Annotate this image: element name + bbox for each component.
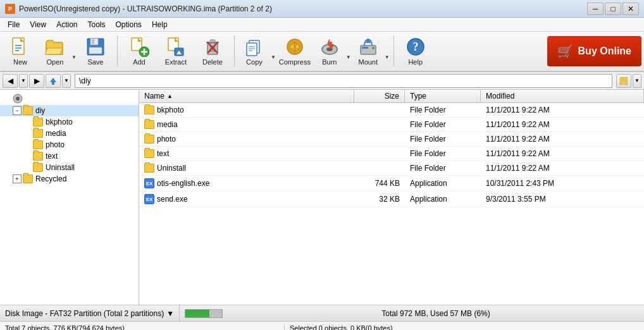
file-type: File Folder: [405, 162, 481, 174]
copy-button[interactable]: Copy ▼: [238, 34, 276, 69]
table-row[interactable]: text File Folder 11/1/2011 9:22 AM: [139, 147, 644, 161]
menu-view[interactable]: View: [25, 18, 51, 32]
cart-icon: 🛒: [557, 44, 573, 59]
col-header-modified[interactable]: Modified: [481, 90, 644, 102]
file-size: 32 KB: [354, 193, 405, 205]
menu-tools[interactable]: Tools: [83, 18, 111, 32]
up-button[interactable]: [46, 74, 61, 88]
mount-icon: [358, 37, 378, 57]
copy-label: Copy: [246, 58, 263, 66]
file-name: bkphoto: [139, 104, 354, 116]
file-rows: bkphoto File Folder 11/1/2011 9:22 AM me…: [139, 103, 644, 207]
file-modified: 9/3/2011 3:55 PM: [481, 193, 644, 205]
burn-btn-main[interactable]: Burn: [314, 34, 345, 69]
table-row[interactable]: media File Folder 11/1/2011 9:22 AM: [139, 118, 644, 132]
navbar: ◀ ▼ ▶ ▼ \diy ▼: [0, 72, 644, 90]
mount-btn-main[interactable]: Mount: [352, 34, 384, 69]
folder-icon: [144, 120, 154, 129]
tree-item[interactable]: text: [0, 150, 139, 162]
titlebar-left: P PowerISO(Unregistered copy) - ULTRAISO…: [5, 4, 272, 14]
table-row[interactable]: bkphoto File Folder 11/1/2011 9:22 AM: [139, 103, 644, 118]
copy-dropdown-arrow[interactable]: ▼: [271, 54, 276, 60]
menu-action[interactable]: Action: [51, 18, 82, 32]
file-modified: 11/1/2011 9:22 AM: [481, 148, 644, 159]
close-button[interactable]: ✕: [622, 3, 639, 15]
save-button[interactable]: Save: [78, 34, 113, 69]
open-dropdown-arrow[interactable]: ▼: [71, 54, 77, 60]
folder-icon: [33, 140, 43, 149]
copy-btn-main[interactable]: Copy: [238, 34, 270, 69]
save-label: Save: [87, 58, 103, 66]
disk-selector[interactable]: Disk Image - FAT32 Partition (Total 2 pa…: [0, 305, 180, 321]
delete-button[interactable]: Delete: [195, 34, 230, 69]
file-type: File Folder: [405, 148, 481, 159]
col-header-size[interactable]: Size: [354, 90, 405, 102]
burn-dropdown-arrow[interactable]: ▼: [346, 54, 351, 60]
table-row[interactable]: Uninstall File Folder 11/1/2011 9:22 AM: [139, 161, 644, 176]
path-bar[interactable]: \diy: [75, 74, 612, 88]
burn-button[interactable]: Burn ▼: [314, 34, 351, 69]
col-header-name[interactable]: Name ▲: [139, 90, 354, 102]
mount-dropdown-arrow[interactable]: ▼: [385, 54, 390, 60]
add-icon: [129, 37, 149, 57]
new-button[interactable]: New: [3, 34, 38, 69]
open-btn-main[interactable]: Open: [39, 34, 71, 69]
menu-help[interactable]: Help: [147, 18, 173, 32]
add-button[interactable]: Add: [121, 34, 157, 69]
tree-item-label: media: [46, 129, 66, 138]
toolbar-sep-3: [393, 35, 394, 67]
app-icon: P: [5, 4, 15, 14]
table-row[interactable]: photo File Folder 11/1/2011 9:22 AM: [139, 132, 644, 147]
expand-btn[interactable]: −: [13, 106, 22, 115]
tree-item-label: Recycled: [35, 174, 66, 183]
file-size: [354, 138, 405, 140]
help-button[interactable]: ? Help: [398, 34, 433, 69]
disk-type-label: Disk Image - FAT32 Partition (Total 2 pa…: [5, 309, 164, 318]
col-header-type[interactable]: Type: [405, 90, 481, 102]
file-type: Application: [405, 178, 481, 189]
expand-btn[interactable]: +: [13, 174, 22, 183]
tree-item[interactable]: bkphoto: [0, 116, 139, 128]
buy-online-button[interactable]: 🛒 Buy Online: [547, 36, 641, 66]
svg-point-52: [16, 97, 20, 101]
folder-icon: [33, 152, 43, 161]
tree-item[interactable]: photo: [0, 139, 139, 150]
open-button[interactable]: Open ▼: [39, 34, 77, 69]
menu-options[interactable]: Options: [111, 18, 147, 32]
file-modified: 11/1/2011 9:22 AM: [481, 119, 644, 130]
table-row[interactable]: EXotis-english.exe 744 KB Application 10…: [139, 176, 644, 192]
table-row[interactable]: EXsend.exe 32 KB Application 9/3/2011 3:…: [139, 192, 644, 207]
view-dropdown[interactable]: ▼: [633, 74, 641, 88]
file-name: Uninstall: [139, 162, 354, 174]
tree-item[interactable]: −diy: [0, 105, 139, 116]
file-name: EXotis-english.exe: [139, 177, 354, 190]
folder-icon: [33, 118, 43, 126]
tree-item[interactable]: Uninstall: [0, 162, 139, 173]
back-button[interactable]: ◀: [3, 74, 18, 88]
tree-item-label: Uninstall: [46, 163, 75, 172]
menu-file[interactable]: File: [3, 18, 25, 32]
mount-label: Mount: [358, 58, 378, 66]
file-name: media: [139, 119, 354, 130]
svg-rect-28: [247, 43, 257, 56]
tree-item[interactable]: +Recycled: [0, 173, 139, 185]
toolbar-sep-1: [117, 35, 118, 67]
maximize-button[interactable]: □: [605, 3, 621, 15]
file-type: File Folder: [405, 133, 481, 145]
folder-icon: [23, 174, 33, 183]
browse-button[interactable]: [616, 74, 631, 88]
exe-icon: EX: [144, 194, 154, 204]
compress-button[interactable]: Compress: [277, 34, 313, 69]
mount-button[interactable]: Mount ▼: [352, 34, 390, 69]
back-dropdown[interactable]: ▼: [19, 74, 28, 88]
tree-item[interactable]: [0, 92, 139, 105]
minimize-button[interactable]: ─: [587, 3, 604, 15]
recent-button[interactable]: ▼: [62, 74, 71, 88]
view-buttons: ▼: [616, 74, 641, 88]
forward-button[interactable]: ▶: [29, 74, 44, 88]
extract-button[interactable]: Extract: [158, 34, 194, 69]
file-modified: 11/1/2011 9:22 AM: [481, 133, 644, 145]
burn-label: Burn: [322, 58, 337, 66]
tree-item[interactable]: media: [0, 128, 139, 139]
svg-text:?: ?: [412, 40, 418, 53]
